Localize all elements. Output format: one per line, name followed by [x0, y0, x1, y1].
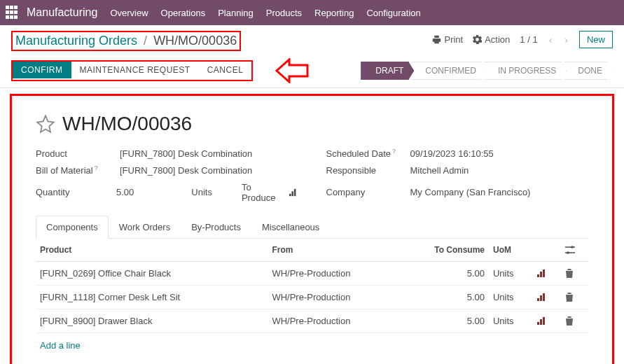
- status-draft[interactable]: DRAFT: [361, 62, 414, 80]
- forecast-icon[interactable]: [537, 317, 547, 325]
- form-area: WH/MO/00036 Product [FURN_7800] Desk Com…: [10, 94, 614, 364]
- title-row: WH/MO/00036: [36, 113, 588, 135]
- settings-icon[interactable]: [565, 246, 575, 254]
- new-button[interactable]: New: [579, 31, 613, 48]
- annotation-arrow: [274, 58, 309, 83]
- tab-work-orders[interactable]: Work Orders: [109, 216, 181, 239]
- table-row[interactable]: [FURN_1118] Corner Desk Left Sit WH/Pre-…: [36, 285, 588, 309]
- help-icon[interactable]: ?: [392, 148, 396, 155]
- col-product: Product: [36, 239, 268, 262]
- forecast-icon[interactable]: [537, 270, 547, 277]
- action-button[interactable]: Action: [473, 34, 510, 45]
- svg-rect-13: [537, 322, 539, 325]
- gear-icon: [473, 35, 482, 44]
- delete-icon[interactable]: [565, 269, 574, 278]
- fields-grid: Product [FURN_7800] Desk Combination Sch…: [36, 148, 588, 203]
- bom-label: Bill of Material?: [36, 164, 120, 176]
- product-label: Product: [36, 148, 120, 159]
- menu-configuration[interactable]: Configuration: [366, 8, 420, 18]
- menu-planning[interactable]: Planning: [218, 8, 254, 18]
- subheader: Manufacturing Orders / WH/MO/00036 Print…: [0, 25, 624, 51]
- cell-from[interactable]: WH/Pre-Production: [268, 285, 422, 309]
- cell-from[interactable]: WH/Pre-Production: [268, 261, 422, 285]
- cell-product[interactable]: [FURN_8900] Drawer Black: [36, 309, 268, 332]
- maintenance-request-button[interactable]: MAINTENANCE REQUEST: [71, 62, 199, 78]
- tab-miscellaneous[interactable]: Miscellaneous: [251, 216, 330, 239]
- topbar: Manufacturing Overview Operations Planni…: [0, 0, 624, 25]
- arrow-left-icon: [274, 58, 309, 83]
- app-brand[interactable]: Manufacturing: [27, 6, 97, 19]
- cell-product[interactable]: [FURN_0269] Office Chair Black: [36, 261, 268, 285]
- status-done[interactable]: DONE: [564, 62, 613, 80]
- pager-prev[interactable]: ‹: [548, 34, 554, 46]
- action-buttons-group: CONFIRM MAINTENANCE REQUEST CANCEL: [11, 60, 253, 81]
- cell-uom[interactable]: Units: [489, 261, 533, 285]
- table-header-row: Product From To Consume UoM: [36, 239, 588, 262]
- col-to-consume: To Consume: [422, 239, 489, 262]
- svg-rect-10: [537, 298, 539, 301]
- star-icon[interactable]: [36, 114, 55, 134]
- svg-point-6: [567, 251, 569, 254]
- chart-icon[interactable]: [289, 188, 298, 197]
- svg-rect-15: [543, 317, 545, 325]
- print-button[interactable]: Print: [432, 34, 463, 45]
- quantity-label: Quantity: [36, 187, 116, 197]
- to-produce-label: To Produce: [242, 182, 282, 203]
- quantity-value[interactable]: 5.00: [116, 187, 134, 197]
- pager-next[interactable]: ›: [563, 34, 569, 46]
- cell-to-consume[interactable]: 5.00: [422, 309, 489, 332]
- cell-uom[interactable]: Units: [489, 285, 533, 309]
- delete-icon[interactable]: [565, 293, 574, 302]
- record-title: WH/MO/00036: [62, 113, 192, 135]
- svg-rect-8: [540, 272, 542, 277]
- tab-by-products[interactable]: By-Products: [181, 216, 251, 239]
- menu-operations[interactable]: Operations: [161, 8, 206, 18]
- scheduled-value[interactable]: 09/19/2023 16:10:55: [410, 148, 494, 159]
- col-settings: [561, 239, 588, 262]
- cell-to-consume[interactable]: 5.00: [422, 285, 489, 309]
- add-line-button[interactable]: Add a line: [36, 333, 85, 358]
- confirm-button[interactable]: CONFIRM: [13, 62, 71, 78]
- status-in-progress[interactable]: IN PROGRESS: [484, 62, 567, 80]
- header-actions: Print Action 1 / 1 ‹ › New: [432, 31, 613, 48]
- svg-rect-1: [292, 191, 294, 196]
- cancel-button[interactable]: CANCEL: [199, 62, 252, 78]
- apps-icon[interactable]: [6, 6, 20, 20]
- button-status-row: CONFIRM MAINTENANCE REQUEST CANCEL DRAFT…: [0, 54, 624, 88]
- responsible-label: Responsible: [326, 165, 410, 176]
- table-row[interactable]: [FURN_0269] Office Chair Black WH/Pre-Pr…: [36, 261, 588, 285]
- field-company: Company My Company (San Francisco): [326, 182, 589, 203]
- svg-rect-11: [540, 295, 542, 301]
- menu-products[interactable]: Products: [266, 8, 302, 18]
- forecast-icon[interactable]: [537, 293, 547, 301]
- delete-icon[interactable]: [565, 316, 574, 326]
- product-value[interactable]: [FURN_7800] Desk Combination: [120, 148, 252, 159]
- menu-overview[interactable]: Overview: [110, 8, 148, 18]
- svg-rect-0: [289, 193, 291, 195]
- svg-rect-12: [543, 293, 545, 301]
- breadcrumb-current: WH/MO/00036: [153, 34, 237, 48]
- breadcrumb-separator: /: [144, 34, 147, 48]
- svg-rect-7: [537, 274, 539, 277]
- company-value[interactable]: My Company (San Francisco): [410, 187, 531, 197]
- quantity-uom[interactable]: Units: [191, 187, 212, 197]
- menu-reporting[interactable]: Reporting: [314, 8, 354, 18]
- cell-uom[interactable]: Units: [489, 309, 533, 332]
- bom-value[interactable]: [FURN_7800] Desk Combination: [120, 165, 252, 176]
- cell-to-consume[interactable]: 5.00: [422, 261, 489, 285]
- cell-product[interactable]: [FURN_1118] Corner Desk Left Sit: [36, 285, 268, 309]
- cell-from[interactable]: WH/Pre-Production: [268, 309, 422, 332]
- field-quantity: Quantity 5.00 Units To Produce: [36, 182, 298, 203]
- field-product: Product [FURN_7800] Desk Combination: [36, 148, 298, 159]
- tabs: Components Work Orders By-Products Misce…: [36, 216, 588, 239]
- responsible-value[interactable]: Mitchell Admin: [410, 165, 469, 176]
- field-bom: Bill of Material? [FURN_7800] Desk Combi…: [36, 164, 298, 176]
- table-row[interactable]: [FURN_8900] Drawer Black WH/Pre-Producti…: [36, 309, 588, 332]
- help-icon[interactable]: ?: [95, 164, 98, 172]
- breadcrumb-link[interactable]: Manufacturing Orders: [15, 34, 137, 48]
- svg-point-4: [571, 246, 574, 248]
- statusbar: DRAFT CONFIRMED IN PROGRESS DONE: [361, 62, 613, 80]
- status-confirmed[interactable]: CONFIRMED: [411, 62, 487, 80]
- svg-rect-14: [540, 319, 542, 325]
- tab-components[interactable]: Components: [36, 216, 109, 239]
